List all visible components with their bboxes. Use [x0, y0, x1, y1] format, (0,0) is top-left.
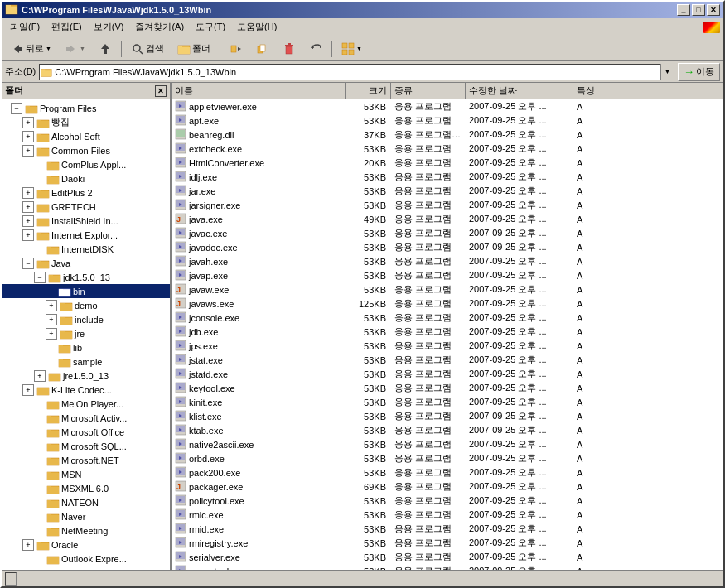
maximize-button[interactable]: □	[692, 4, 705, 16]
table-row[interactable]: keytool.exe 53KB 응용 프로그램 2007-09-25 오후 .…	[172, 381, 723, 395]
move-button[interactable]	[224, 39, 249, 59]
forward-button[interactable]: ▼	[59, 39, 91, 59]
tree-item[interactable]: + jre1.5.0_13	[2, 369, 170, 383]
table-row[interactable]: J packager.exe 69KB 응용 프로그램 2007-09-25 오…	[172, 480, 723, 494]
tree-item[interactable]: + include	[2, 312, 170, 326]
table-row[interactable]: jstat.exe 53KB 응용 프로그램 2007-09-25 오후 ...…	[172, 353, 723, 367]
menu-view[interactable]: 보기(V)	[89, 19, 129, 35]
tree-item[interactable]: Daoki	[2, 171, 170, 186]
table-row[interactable]: J javaw.exe 53KB 응용 프로그램 2007-09-25 오후 .…	[172, 282, 723, 296]
table-row[interactable]: idlj.exe 53KB 응용 프로그램 2007-09-25 오후 ... …	[172, 170, 723, 184]
tree-item[interactable]: bin	[2, 284, 170, 298]
table-row[interactable]: J java.exe 49KB 응용 프로그램 2007-09-25 오후 ..…	[172, 212, 723, 226]
table-row[interactable]: extcheck.exe 53KB 응용 프로그램 2007-09-25 오후 …	[172, 142, 723, 156]
table-row[interactable]: rmic.exe 53KB 응용 프로그램 2007-09-25 오후 ... …	[172, 508, 723, 522]
tree-item[interactable]: NetMeeting	[2, 523, 170, 537]
tree-item[interactable]: + Internet Explor...	[2, 228, 170, 242]
tree-item[interactable]: ComPlus Appl...	[2, 157, 170, 171]
folder-pane-close[interactable]: ✕	[155, 85, 167, 97]
tree-item[interactable]: NATEON	[2, 495, 170, 509]
tree-item[interactable]: + InstallShield In...	[2, 214, 170, 228]
undo-button[interactable]	[303, 39, 328, 59]
tree-item[interactable]: + GRETECH	[2, 200, 170, 214]
col-header-modified[interactable]: 수정한 날짜	[466, 83, 573, 99]
copy-button[interactable]	[250, 39, 275, 59]
back-button[interactable]: 뒤로 ▼	[5, 39, 57, 59]
tree-item[interactable]: + Common Files	[2, 143, 170, 157]
table-row[interactable]: J javaws.exe 125KB 응용 프로그램 2007-09-25 오후…	[172, 296, 723, 311]
tree-expand-btn[interactable]: +	[22, 215, 34, 227]
tree-item[interactable]: + demo	[2, 298, 170, 312]
table-row[interactable]: beanreg.dll 37KB 응용 프로그램 확장 2007-09-25 오…	[172, 128, 723, 142]
tree-expand-btn[interactable]: −	[11, 103, 22, 114]
tree-item[interactable]: Naver	[2, 509, 170, 523]
col-header-name[interactable]: 이름	[172, 83, 346, 99]
table-row[interactable]: rmid.exe 53KB 응용 프로그램 2007-09-25 오후 ... …	[172, 522, 723, 536]
address-dropdown[interactable]: ▼	[660, 64, 674, 80]
table-row[interactable]: jps.exe 53KB 응용 프로그램 2007-09-25 오후 ... A	[172, 339, 723, 353]
tree-expand-btn[interactable]: +	[46, 314, 57, 325]
file-list-body[interactable]: appletviewer.exe 53KB 응용 프로그램 2007-09-25…	[172, 99, 723, 570]
table-row[interactable]: serialver.exe 53KB 응용 프로그램 2007-09-25 오후…	[172, 550, 723, 564]
menu-edit[interactable]: 편집(E)	[46, 19, 87, 35]
tree-item[interactable]: Outlook Expre...	[2, 552, 170, 566]
col-header-attr[interactable]: 특성	[573, 83, 723, 99]
table-row[interactable]: jstatd.exe 53KB 응용 프로그램 2007-09-25 오후 ..…	[172, 367, 723, 381]
go-button[interactable]: → 이동	[678, 63, 720, 81]
menu-tools[interactable]: 도구(T)	[191, 19, 230, 35]
tree-expand-btn[interactable]: −	[34, 272, 46, 283]
table-row[interactable]: jarsigner.exe 53KB 응용 프로그램 2007-09-25 오후…	[172, 198, 723, 212]
tree-item[interactable]: + K-Lite Codec...	[2, 383, 170, 397]
tree-item[interactable]: + Oracle	[2, 537, 170, 552]
delete-button[interactable]	[277, 39, 302, 59]
tree-item[interactable]: + jre	[2, 326, 170, 340]
tree-item[interactable]: − Java	[2, 256, 170, 270]
table-row[interactable]: jconsole.exe 53KB 응용 프로그램 2007-09-25 오후 …	[172, 311, 723, 325]
tree-item[interactable]: + 빵집	[2, 115, 170, 129]
tree-expand-btn[interactable]: −	[22, 258, 34, 269]
table-row[interactable]: jar.exe 53KB 응용 프로그램 2007-09-25 오후 ... A	[172, 184, 723, 198]
table-row[interactable]: native2ascii.exe 53KB 응용 프로그램 2007-09-25…	[172, 437, 723, 451]
tree-item[interactable]: InternetDISK	[2, 242, 170, 256]
tree-expand-btn[interactable]: +	[22, 539, 34, 551]
menu-help[interactable]: 도움말(H)	[232, 19, 282, 35]
tree-item[interactable]: − jdk1.5.0_13	[2, 270, 170, 284]
tree-item[interactable]: MelOn Player...	[2, 397, 170, 411]
table-row[interactable]: ktab.exe 53KB 응용 프로그램 2007-09-25 오후 ... …	[172, 423, 723, 437]
tree-item[interactable]: Microsoft Office	[2, 425, 170, 439]
table-row[interactable]: appletviewer.exe 53KB 응용 프로그램 2007-09-25…	[172, 99, 723, 113]
table-row[interactable]: rmiregistry.exe 53KB 응용 프로그램 2007-09-25 …	[172, 536, 723, 550]
tree-expand-btn[interactable]: +	[22, 187, 34, 199]
up-button[interactable]	[93, 39, 118, 59]
address-input[interactable]	[53, 65, 660, 80]
table-row[interactable]: javap.exe 53KB 응용 프로그램 2007-09-25 오후 ...…	[172, 268, 723, 282]
table-row[interactable]: HtmlConverter.exe 20KB 응용 프로그램 2007-09-2…	[172, 156, 723, 170]
table-row[interactable]: javah.exe 53KB 응용 프로그램 2007-09-25 오후 ...…	[172, 254, 723, 268]
table-row[interactable]: kinit.exe 53KB 응용 프로그램 2007-09-25 오후 ...…	[172, 395, 723, 409]
tree-item[interactable]: + EditPlus 2	[2, 186, 170, 200]
tree-item[interactable]: MSN	[2, 467, 170, 481]
search-button[interactable]: 검색	[125, 39, 170, 59]
table-row[interactable]: klist.exe 53KB 응용 프로그램 2007-09-25 오후 ...…	[172, 409, 723, 423]
table-row[interactable]: orbd.exe 53KB 응용 프로그램 2007-09-25 오후 ... …	[172, 451, 723, 465]
tree-expand-btn[interactable]: +	[46, 300, 57, 311]
table-row[interactable]: javac.exe 53KB 응용 프로그램 2007-09-25 오후 ...…	[172, 226, 723, 240]
col-header-size[interactable]: 크기	[346, 83, 391, 99]
table-row[interactable]: apt.exe 53KB 응용 프로그램 2007-09-25 오후 ... A	[172, 113, 723, 128]
tree-item[interactable]: Microsoft.NET	[2, 453, 170, 467]
tree-item[interactable]: Microsoft SQL...	[2, 439, 170, 453]
minimize-button[interactable]: _	[677, 4, 690, 16]
tree-item[interactable]: sample	[2, 354, 170, 369]
folder-tree[interactable]: − Program Files+ 빵집+ Alcohol Soft+ Commo…	[2, 99, 170, 570]
table-row[interactable]: policytool.exe 53KB 응용 프로그램 2007-09-25 오…	[172, 494, 723, 508]
table-row[interactable]: servertool.exe 53KB 응용 프로그램 2007-09-25 오…	[172, 564, 723, 570]
table-row[interactable]: pack200.exe 53KB 응용 프로그램 2007-09-25 오후 .…	[172, 465, 723, 480]
tree-item[interactable]: − Program Files	[2, 101, 170, 115]
tree-expand-btn[interactable]: +	[22, 201, 34, 213]
tree-expand-btn[interactable]: +	[22, 131, 34, 142]
tree-expand-btn[interactable]: +	[22, 145, 34, 157]
menu-file[interactable]: 파일(F)	[5, 19, 45, 35]
tree-expand-btn[interactable]: +	[22, 384, 34, 396]
tree-item[interactable]: lib	[2, 340, 170, 354]
tree-item[interactable]: + Alcohol Soft	[2, 129, 170, 143]
